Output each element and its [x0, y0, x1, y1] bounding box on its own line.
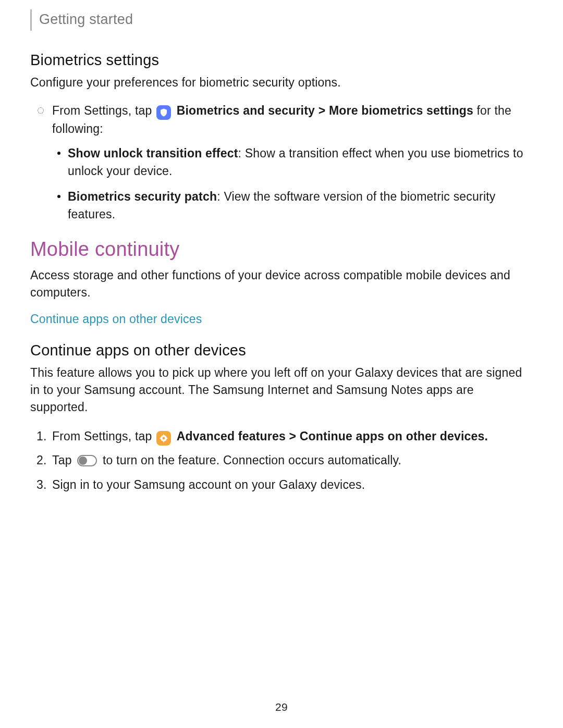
text-prefix: Tap [52, 453, 75, 467]
biometrics-heading: Biometrics settings [30, 52, 533, 69]
page-number: 29 [0, 701, 563, 713]
continue-apps-steps: From Settings, tap Advanced features > C… [30, 427, 533, 495]
text-prefix: From Settings, tap [52, 104, 155, 117]
text-suffix: to turn on the feature. Connection occur… [103, 453, 401, 467]
gear-plus-icon [156, 431, 171, 446]
svg-rect-3 [163, 440, 164, 442]
toggle-icon [77, 455, 97, 466]
continue-apps-heading: Continue apps on other devices [30, 342, 533, 359]
continue-apps-link[interactable]: Continue apps on other devices [30, 312, 202, 326]
breadcrumb-label: Getting started [39, 9, 133, 31]
list-item: Show unlock transition effect: Show a tr… [68, 144, 533, 180]
nav-path: Biometrics and security > More biometric… [177, 104, 473, 117]
biometrics-options-list: Show unlock transition effect: Show a tr… [52, 144, 533, 224]
svg-point-1 [163, 437, 165, 439]
breadcrumb-divider [30, 9, 32, 31]
text-prefix: From Settings, tap [52, 429, 155, 443]
continue-apps-intro: This feature allows you to pick up where… [30, 364, 533, 416]
document-page: Getting started Biometrics settings Conf… [0, 0, 563, 495]
mobile-continuity-intro: Access storage and other functions of yo… [30, 267, 533, 302]
breadcrumb: Getting started [30, 9, 533, 31]
step-item: From Settings, tap Advanced features > C… [52, 427, 533, 446]
step-item: Sign in to your Samsung account on your … [52, 475, 533, 495]
list-item: Biometrics security patch: View the soft… [68, 188, 533, 224]
shield-icon [156, 105, 171, 120]
biometrics-nav-item: From Settings, tap Biometrics and securi… [52, 102, 533, 224]
biometrics-intro: Configure your preferences for biometric… [30, 74, 533, 91]
option-term: Biometrics security patch [68, 190, 217, 203]
nav-path: Advanced features > Continue apps on oth… [177, 429, 488, 443]
svg-rect-2 [163, 434, 164, 436]
step-item: Tap to turn on the feature. Connection o… [52, 451, 533, 470]
mobile-continuity-heading: Mobile continuity [30, 238, 533, 261]
biometrics-outer-list: From Settings, tap Biometrics and securi… [30, 102, 533, 224]
svg-rect-4 [160, 438, 162, 439]
option-term: Show unlock transition effect [68, 146, 238, 160]
svg-rect-5 [166, 438, 168, 439]
